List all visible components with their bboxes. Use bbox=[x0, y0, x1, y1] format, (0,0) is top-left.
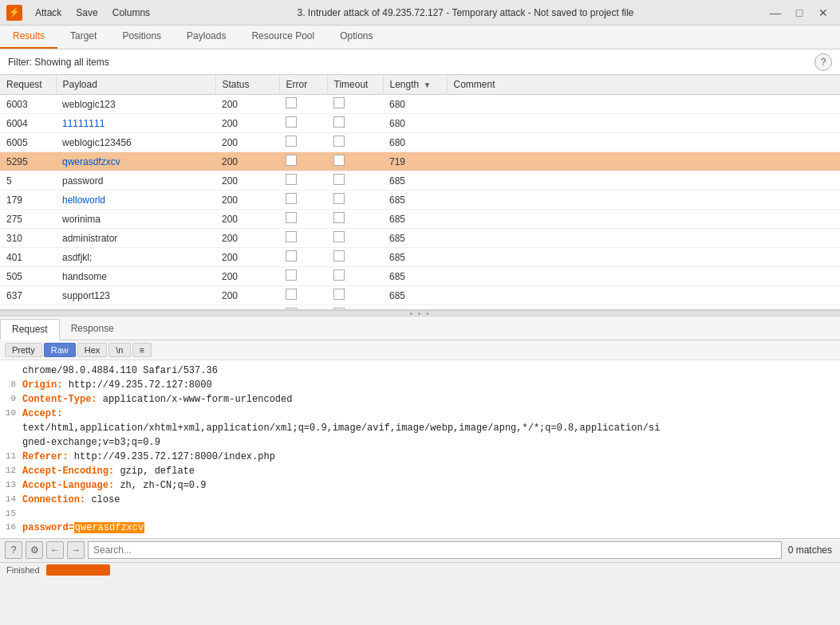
filter-bar: Filter: Showing all items ? bbox=[0, 49, 840, 75]
tab-response[interactable]: Response bbox=[60, 319, 125, 340]
col-header-error[interactable]: Error bbox=[279, 75, 327, 95]
cell-request: 6004 bbox=[0, 114, 56, 133]
tab-target[interactable]: Target bbox=[57, 26, 109, 49]
cell-status: 200 bbox=[215, 267, 279, 286]
code-line: 16 password=qwerasdfzxcv bbox=[0, 521, 840, 535]
maximize-button[interactable]: □ bbox=[789, 5, 810, 21]
minimize-button[interactable]: — bbox=[765, 5, 786, 21]
menu-attack[interactable]: Attack bbox=[29, 6, 68, 20]
filter-text: Filter: Showing all items bbox=[8, 57, 109, 68]
cell-error bbox=[279, 210, 327, 229]
code-line: 13 Accept-Language: zh, zh-CN;q=0.9 bbox=[0, 478, 840, 493]
col-header-timeout[interactable]: Timeout bbox=[327, 75, 383, 95]
fmt-hex-button[interactable]: Hex bbox=[77, 343, 108, 357]
key-text: Accept-Language: bbox=[22, 480, 114, 491]
line-content: Content-Type: application/x-www-form-url… bbox=[22, 392, 837, 407]
cell-comment bbox=[447, 152, 840, 171]
tab-positions[interactable]: Positions bbox=[109, 26, 174, 49]
table-row[interactable]: 310administrator200685 bbox=[0, 229, 840, 248]
tab-results[interactable]: Results bbox=[0, 26, 57, 49]
table-row[interactable]: 600411111111200680 bbox=[0, 114, 840, 133]
cell-payload: administrator bbox=[56, 229, 215, 248]
table-row[interactable]: 179helloworld200685 bbox=[0, 191, 840, 210]
col-header-comment[interactable]: Comment bbox=[447, 75, 840, 95]
cell-status: 200 bbox=[215, 95, 279, 114]
value-text: http://49.235.72.127:8000 bbox=[69, 379, 212, 391]
tab-payloads[interactable]: Payloads bbox=[174, 26, 239, 49]
line-content: password=qwerasdfzxcv bbox=[22, 521, 837, 535]
col-header-payload[interactable]: Payload bbox=[56, 75, 215, 95]
search-input[interactable] bbox=[88, 541, 782, 559]
value-text: zh, zh-CN;q=0.9 bbox=[120, 480, 206, 491]
cell-payload: helloworld bbox=[56, 191, 215, 210]
fmt-pretty-button[interactable]: Pretty bbox=[5, 343, 42, 357]
code-line: chrome/98.0.4884.110 Safari/537.36 bbox=[0, 364, 840, 378]
cell-length: 685 bbox=[383, 210, 447, 229]
window-controls: — □ ✕ bbox=[765, 5, 834, 21]
cell-comment bbox=[447, 133, 840, 152]
line-number: 9 bbox=[3, 392, 22, 407]
table-row[interactable]: 5password200685 bbox=[0, 171, 840, 191]
table-row[interactable]: 637support123200685 bbox=[0, 286, 840, 305]
results-table-container[interactable]: Request Payload Status Error Timeout Len… bbox=[0, 75, 840, 310]
line-content: Connection: close bbox=[22, 493, 837, 507]
code-line: 11 Referer: http://49.235.72.127:8000/in… bbox=[0, 450, 840, 464]
code-line: 9 Content-Type: application/x-www-form-u… bbox=[0, 392, 840, 407]
cell-status: 200 bbox=[215, 114, 279, 133]
cell-comment bbox=[447, 95, 840, 114]
cell-request: 6003 bbox=[0, 95, 56, 114]
cell-status: 200 bbox=[215, 229, 279, 248]
cell-payload: handsome bbox=[56, 267, 215, 286]
tab-options[interactable]: Options bbox=[327, 26, 385, 49]
key-text: Content-Type: bbox=[22, 394, 97, 405]
value-text: gzip, deflate bbox=[120, 466, 195, 477]
line-number: 8 bbox=[3, 378, 22, 392]
line-content: Accept: bbox=[22, 407, 837, 421]
code-viewer[interactable]: chrome/98.0.4884.110 Safari/537.36 8 Ori… bbox=[0, 360, 840, 538]
col-header-length[interactable]: Length ▼ bbox=[383, 75, 447, 95]
table-row[interactable]: 6003weblogic123200680 bbox=[0, 95, 840, 114]
fmt-menu-button[interactable]: ≡ bbox=[132, 343, 152, 357]
cell-length: 685 bbox=[383, 267, 447, 286]
key-text: Accept: bbox=[22, 408, 62, 419]
table-row[interactable]: 505handsome200685 bbox=[0, 267, 840, 286]
line-content: gned-exchange;v=b3;q=0.9 bbox=[22, 435, 837, 450]
cell-request: 5 bbox=[0, 171, 56, 191]
line-content: text/html,application/xhtml+xml,applicat… bbox=[22, 421, 837, 435]
matches-count: 0 matches bbox=[785, 544, 835, 556]
fmt-raw-button[interactable]: Raw bbox=[44, 343, 76, 357]
settings-button[interactable]: ⚙ bbox=[26, 541, 43, 559]
close-button[interactable]: ✕ bbox=[813, 5, 834, 21]
menu-columns[interactable]: Columns bbox=[106, 6, 156, 20]
table-row[interactable]: 275worinima200685 bbox=[0, 210, 840, 229]
line-number: 16 bbox=[3, 521, 22, 535]
table-row[interactable]: 6005weblogic123456200680 bbox=[0, 133, 840, 152]
key-text: Referer: bbox=[22, 451, 69, 462]
line-content: Accept-Language: zh, zh-CN;q=0.9 bbox=[22, 478, 837, 493]
app-icon: ⚡ bbox=[6, 5, 22, 21]
prev-button[interactable]: ← bbox=[46, 541, 64, 559]
cell-status: 200 bbox=[215, 248, 279, 267]
status-indicator bbox=[46, 564, 110, 576]
help-button[interactable]: ? bbox=[5, 541, 22, 559]
filter-help-button[interactable]: ? bbox=[814, 53, 832, 71]
table-row[interactable]: 5295qwerasdfzxcv200719 bbox=[0, 152, 840, 171]
cell-request: 310 bbox=[0, 229, 56, 248]
col-header-request[interactable]: Request bbox=[0, 75, 56, 95]
splitter-dots: • • • bbox=[409, 309, 430, 318]
cell-timeout bbox=[327, 95, 383, 114]
cell-request: 637 bbox=[0, 286, 56, 305]
next-button[interactable]: → bbox=[67, 541, 85, 559]
table-row[interactable]: 401asdfjkl;200685 bbox=[0, 248, 840, 267]
tab-request[interactable]: Request bbox=[0, 319, 60, 340]
panel-splitter[interactable]: • • • bbox=[0, 310, 840, 316]
cell-payload: weblogic123456 bbox=[56, 133, 215, 152]
menu-save[interactable]: Save bbox=[69, 6, 104, 20]
cell-timeout bbox=[327, 191, 383, 210]
line-content: Referer: http://49.235.72.127:8000/index… bbox=[22, 450, 837, 464]
col-header-status[interactable]: Status bbox=[215, 75, 279, 95]
fmt-newline-button[interactable]: \n bbox=[108, 343, 130, 357]
tab-resource-pool[interactable]: Resource Pool bbox=[239, 26, 327, 49]
cell-payload: 11111111 bbox=[56, 114, 215, 133]
line-number bbox=[3, 364, 22, 378]
